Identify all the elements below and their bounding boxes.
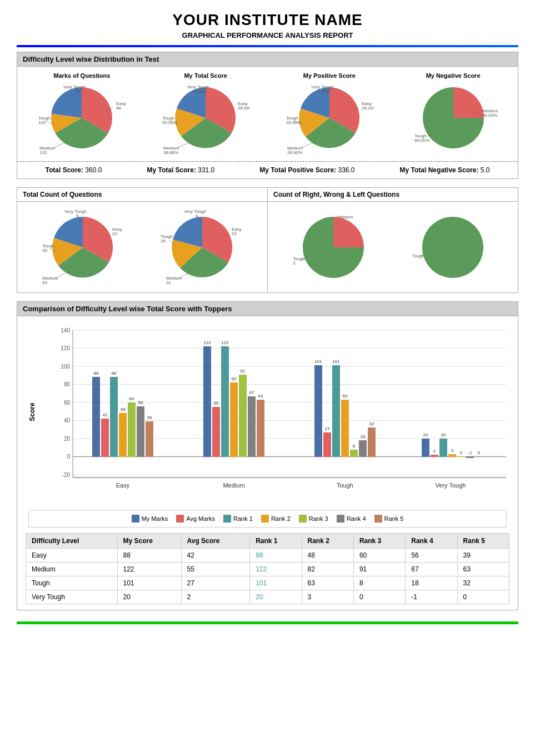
svg-text:22: 22 <box>112 231 117 236</box>
main-page: YOUR INSTITUTE NAME GRAPHICAL PERFORMANC… <box>0 0 535 635</box>
svg-text:132: 132 <box>39 150 47 154</box>
col-rank1: Rank 1 <box>250 534 302 549</box>
legend-rank4: Rank 4 <box>337 515 366 523</box>
negative-score-pie: Medium 40.00% Tough 60.00% <box>409 82 498 154</box>
svg-text:Wrong: Wrong <box>313 285 331 285</box>
legend-my-marks: My Marks <box>132 515 168 523</box>
total-score-pie: Very Tough 6.04% Easy 26.59% Medium 36.8… <box>161 82 250 154</box>
svg-text:82: 82 <box>232 376 237 381</box>
y-axis-label: Score <box>28 402 36 421</box>
count-charts-row: Very Tough 5 Easy 22 Medium 33 Tough 30 <box>17 202 518 292</box>
svg-line-10 <box>54 142 68 147</box>
svg-text:120: 120 <box>61 345 70 351</box>
col-rank2: Rank 2 <box>302 534 353 549</box>
table-cell: 0 <box>457 590 509 604</box>
bar-chart-wrapper: Score <box>17 316 518 507</box>
marks-chart: Marks of Questions Very <box>20 72 144 156</box>
svg-text:36.86%: 36.86% <box>163 150 178 154</box>
svg-rect-109 <box>137 406 144 457</box>
col-my-score: My Score <box>117 534 181 549</box>
difficulty-charts-labels: Marks of Questions Very <box>17 67 518 161</box>
table-row: Easy88428848605639 <box>26 549 509 563</box>
svg-text:120: 120 <box>38 120 46 125</box>
svg-rect-111 <box>146 421 153 457</box>
svg-rect-137 <box>350 450 358 457</box>
svg-text:3: 3 <box>293 261 296 266</box>
table-cell: 42 <box>181 549 250 563</box>
svg-rect-135 <box>341 400 349 457</box>
svg-text:63: 63 <box>343 394 348 399</box>
svg-text:30.95%: 30.95% <box>286 120 301 125</box>
svg-text:22: 22 <box>232 231 237 236</box>
table-cell: 63 <box>302 576 353 590</box>
table-cell: 91 <box>353 563 405 576</box>
svg-rect-126 <box>257 400 264 457</box>
svg-rect-141 <box>368 427 376 457</box>
col-rank4: Rank 4 <box>406 534 457 549</box>
svg-text:101: 101 <box>332 359 340 364</box>
table-cell: 63 <box>457 563 509 576</box>
green-bottom-bar <box>17 621 518 624</box>
table-cell: 88 <box>250 549 302 563</box>
svg-text:Tough: Tough <box>337 482 353 489</box>
comparison-section: Comparison of Difficulty Level wise Tota… <box>17 301 518 610</box>
report-subtitle: GRAPHICAL PERFORMANCE ANALYSIS REPORT <box>17 31 518 39</box>
svg-point-74 <box>422 217 483 278</box>
svg-text:42: 42 <box>103 412 108 417</box>
chart-legend: My Marks Avg Marks Rank 1 Rank 2 Rank 3 … <box>28 510 507 528</box>
svg-text:-20: -20 <box>62 472 71 478</box>
svg-text:20: 20 <box>64 436 71 442</box>
institute-title: YOUR INSTITUTE NAME <box>17 11 518 29</box>
count-pie-1: Very Tough 5 Easy 22 Medium 33 Tough 30 <box>41 207 124 287</box>
table-cell: 56 <box>406 549 457 563</box>
difficulty-section: Difficulty Level wise Distribution in Te… <box>17 52 518 179</box>
svg-text:60: 60 <box>64 400 71 406</box>
svg-line-34 <box>302 142 316 147</box>
svg-rect-101 <box>101 419 109 457</box>
col-rank3: Rank 3 <box>353 534 405 549</box>
svg-text:67: 67 <box>249 390 254 395</box>
svg-text:Very Tough: Very Tough <box>436 482 466 489</box>
svg-text:33: 33 <box>42 280 47 285</box>
left-pie: Tough Left <box>411 207 494 287</box>
svg-text:122: 122 <box>203 340 211 345</box>
count-left-charts: Very Tough 5 Easy 22 Medium 33 Tough 30 <box>17 202 268 292</box>
svg-rect-144 <box>422 439 429 457</box>
svg-text:36.90%: 36.90% <box>287 150 302 154</box>
svg-text:40: 40 <box>64 417 71 424</box>
svg-rect-107 <box>128 402 136 457</box>
svg-rect-129 <box>314 365 322 457</box>
svg-text:0: 0 <box>67 454 70 460</box>
svg-text:3: 3 <box>451 448 454 453</box>
comparison-header: Comparison of Difficulty Level wise Tota… <box>17 302 518 316</box>
table-cell: 8 <box>353 576 405 590</box>
svg-text:63: 63 <box>258 394 263 399</box>
svg-text:80: 80 <box>64 381 71 387</box>
svg-text:30.51%: 30.51% <box>162 120 177 125</box>
svg-text:55: 55 <box>214 401 219 406</box>
svg-text:140: 140 <box>61 327 70 334</box>
difficulty-section-header: Difficulty Level wise Distribution in Te… <box>17 52 518 67</box>
svg-rect-154 <box>466 456 474 458</box>
table-cell: 18 <box>406 576 457 590</box>
svg-text:88: 88 <box>112 371 117 376</box>
svg-text:26.59%: 26.59% <box>238 106 250 111</box>
table-cell: 20 <box>117 590 181 604</box>
table-row: Medium1225512282916763 <box>26 563 509 576</box>
col-difficulty: Difficulty Level <box>26 534 118 549</box>
svg-text:39: 39 <box>147 415 152 420</box>
svg-text:0: 0 <box>460 450 463 455</box>
svg-text:2: 2 <box>433 449 436 454</box>
table-cell: -1 <box>406 590 457 604</box>
svg-rect-118 <box>221 346 229 457</box>
svg-rect-116 <box>212 407 220 457</box>
svg-text:30: 30 <box>42 248 47 253</box>
svg-text:0: 0 <box>478 450 481 455</box>
marks-pie: Very Tough 20 Easy 88 Medium 132 Tough 1… <box>37 82 126 154</box>
positive-score-label: My Positive Score <box>268 72 392 79</box>
scores-row: Total Score: 360.0 My Total Score: 331.0… <box>17 161 518 178</box>
svg-text:32: 32 <box>369 421 374 426</box>
table-cell: Easy <box>26 549 118 563</box>
svg-text:5.95%: 5.95% <box>318 89 331 94</box>
svg-rect-139 <box>359 440 367 457</box>
